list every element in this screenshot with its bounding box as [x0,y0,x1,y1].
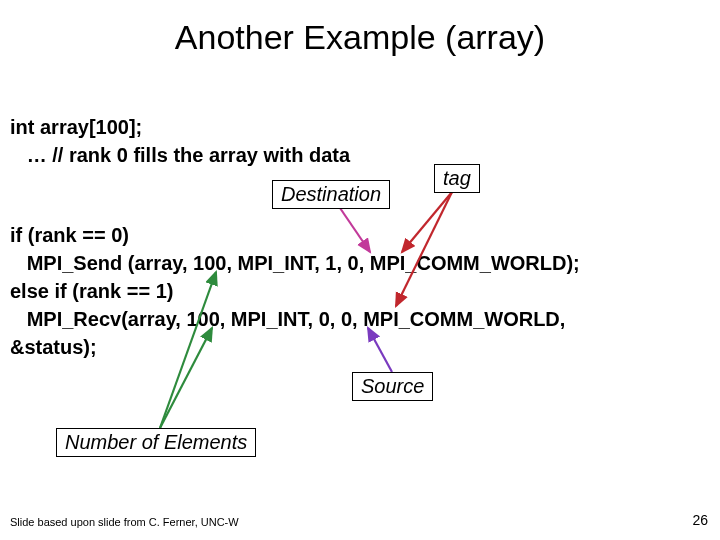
svg-line-1 [160,328,212,428]
tag-label: tag [434,164,480,193]
slide: Another Example (array) int array[100]; … [0,0,720,540]
footer-attribution: Slide based upon slide from C. Ferner, U… [10,516,239,528]
page-number: 26 [692,512,708,528]
code-line-2: … // rank 0 fills the array with data [10,144,350,167]
destination-label: Destination [272,180,390,209]
slide-title: Another Example (array) [0,18,720,57]
svg-line-2 [340,208,370,252]
code-line-5: else if (rank == 1) [10,280,173,303]
svg-line-3 [402,192,452,252]
code-line-4: MPI_Send (array, 100, MPI_INT, 1, 0, MPI… [10,252,580,275]
num-elements-label: Number of Elements [56,428,256,457]
source-label: Source [352,372,433,401]
code-line-3: if (rank == 0) [10,224,129,247]
svg-line-4 [396,192,452,306]
svg-line-5 [368,328,392,372]
code-line-6: MPI_Recv(array, 100, MPI_INT, 0, 0, MPI_… [10,308,565,331]
code-line-1: int array[100]; [10,116,142,139]
code-line-7: &status); [10,336,97,359]
